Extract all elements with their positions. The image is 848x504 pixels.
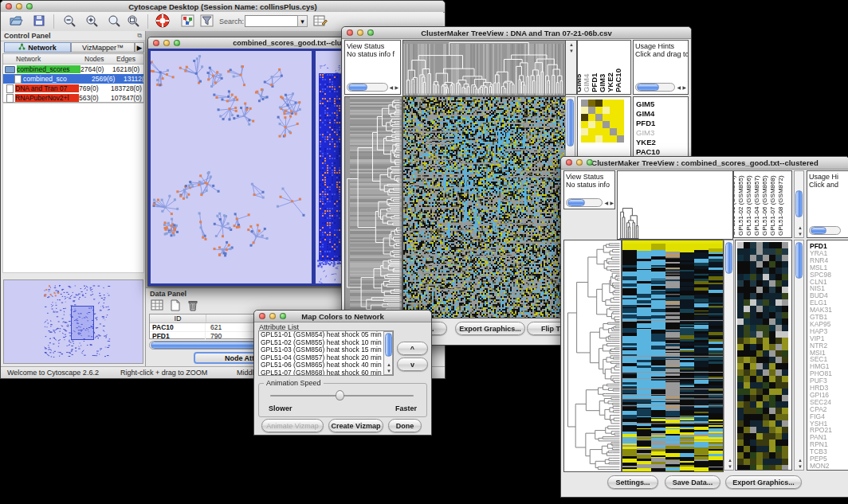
zoom-button[interactable]	[587, 159, 593, 166]
tv1-heatmap[interactable]	[402, 96, 566, 318]
tv2-row-dendrogram[interactable]	[563, 240, 622, 472]
tv1-row-label[interactable]: YKE2	[636, 138, 656, 147]
export-graphics--button[interactable]: Export Graphics...	[455, 322, 525, 335]
done-button[interactable]: Done	[388, 419, 422, 432]
save-icon[interactable]	[33, 14, 45, 29]
network-view-title: combined_scores_good.txt--cluste...	[233, 39, 358, 47]
attribute-editor-icon[interactable]	[313, 14, 328, 29]
mini-heatmap-cell	[595, 128, 603, 135]
folder-icon	[5, 66, 15, 73]
map-dialog-title-bar[interactable]: Map Colors to Network	[254, 311, 431, 322]
tv1-row-label[interactable]: GIM4	[636, 109, 654, 118]
tv2-gene-label[interactable]: MON2	[810, 462, 830, 470]
zoom-out-icon[interactable]	[63, 14, 77, 29]
tv1-row-label[interactable]: GIM3	[636, 128, 654, 137]
network-tree-row[interactable]: combined_scores2764(0)16218(0)	[3, 64, 143, 74]
export-graphics--button[interactable]: Export Graphics...	[725, 475, 802, 489]
col-edges[interactable]: Edges	[116, 55, 143, 63]
close-button[interactable]	[566, 159, 572, 166]
network-tree-row[interactable]: DNA and Tran 07769(0)183728(0)	[3, 84, 143, 93]
delete-attribute-icon[interactable]	[187, 299, 198, 313]
save-data--button[interactable]: Save Data...	[665, 475, 720, 489]
tv2-column-label[interactable]: GPL51-03 (GSM856)	[745, 175, 752, 236]
network-tree-row[interactable]: combined_sco2569(6)13112(15)	[3, 74, 143, 84]
move-up-button[interactable]: ^	[397, 342, 428, 355]
tv2-column-label[interactable]: GPL51-07 (GSM868)	[769, 175, 776, 236]
zoom-button[interactable]	[367, 29, 374, 36]
tab-network[interactable]: Network	[4, 42, 71, 53]
main-title-bar[interactable]: Cytoscape Desktop (Session Name: collins…	[1, 1, 445, 13]
tv2-column-label[interactable]: GPL51-04 (GSM857)	[753, 175, 760, 236]
minimize-button[interactable]	[269, 313, 276, 319]
settings--button[interactable]: Settings...	[607, 475, 658, 489]
minimize-button[interactable]	[163, 40, 170, 46]
tab-overflow-arrow[interactable]: ▶	[135, 42, 144, 53]
vizmapper-icon[interactable]	[181, 14, 194, 29]
treeview1-title-bar[interactable]: ClusterMaker TreeView : DNA and Tran 07-…	[342, 27, 691, 39]
tv1-status-hscrollbar[interactable]	[347, 83, 388, 92]
tv2-column-label[interactable]: GPL51-02 (GSM855)	[737, 175, 744, 236]
tv2-heatmap-vscrollbar[interactable]: ▲▼	[724, 240, 734, 471]
dp-col-id[interactable]: ID	[150, 315, 206, 322]
zoom-fit-icon[interactable]	[127, 14, 141, 29]
usage-hints-title: Usage Hi	[809, 173, 848, 181]
network-list-empty-area	[2, 103, 144, 273]
mini-heatmap-cell	[588, 114, 595, 121]
zoom-button[interactable]	[26, 3, 33, 10]
tv1-column-dendrogram[interactable]	[402, 40, 566, 96]
tv2-column-dendrogram[interactable]	[617, 170, 733, 240]
search-dropdown-button[interactable]: ▾	[297, 15, 308, 27]
zoom-button[interactable]	[280, 313, 286, 319]
table-select-icon[interactable]	[151, 299, 164, 313]
create-vizmap-button[interactable]: Create Vizmap	[328, 419, 383, 432]
col-nodes[interactable]: Nodes	[84, 55, 116, 63]
minimize-button[interactable]	[16, 3, 22, 10]
search-input[interactable]	[245, 15, 299, 27]
tv2-column-label[interactable]: GPL51-01 (GSM854)	[733, 175, 736, 236]
attribute-list-vscrollbar[interactable]: ▲▼	[383, 331, 393, 375]
tv2-zoom-heatmap[interactable]	[737, 242, 788, 470]
attribute-listbox[interactable]: GPL51-01 (GSM854) heat shock 05 minGPL51…	[258, 330, 394, 376]
tv2-collabel-vscrollbar[interactable]: ▲▼	[794, 170, 804, 238]
close-button[interactable]	[6, 3, 12, 10]
open-icon[interactable]	[9, 14, 23, 29]
tv2-hints-hscrollbar[interactable]	[809, 226, 841, 235]
zoom-in-icon[interactable]	[85, 14, 100, 29]
tv1-hints-hscrollbar[interactable]	[635, 83, 675, 92]
col-network[interactable]: Network	[16, 55, 84, 63]
close-button[interactable]	[153, 40, 159, 46]
float-panel-icon[interactable]: ⧉	[137, 32, 142, 40]
zoom-button[interactable]	[174, 40, 180, 46]
zoom-actual-icon[interactable]	[108, 14, 122, 29]
network-overview-panel[interactable]	[3, 279, 143, 364]
network-tree-row[interactable]: RNAPuberNov2+l563(0)107847(0)	[3, 93, 143, 103]
filter-icon[interactable]	[200, 14, 214, 29]
minimize-button[interactable]	[357, 29, 363, 36]
close-button[interactable]	[259, 313, 265, 319]
tv2-column-label[interactable]: GPL51-08 (GSM872)	[777, 175, 784, 236]
animation-slider-thumb[interactable]	[336, 390, 344, 400]
slider-slower-label: Slower	[269, 404, 292, 412]
new-attribute-icon[interactable]	[170, 299, 181, 313]
tv1-row-label[interactable]: GIM5	[636, 100, 654, 108]
tv1-row-label[interactable]: PAC10	[636, 147, 660, 156]
attribute-list-item[interactable]: GPL51-07 (GSM868) heat shock 60 min	[259, 369, 393, 376]
treeview2-title-bar[interactable]: ClusterMaker TreeView : combined_scores_…	[561, 157, 848, 170]
tv1-mini-heatmap[interactable]	[581, 100, 624, 143]
tab-vizmapper[interactable]: VizMapper™	[71, 42, 135, 53]
tv2-zoom-vscrollbar[interactable]: ▲▼	[794, 240, 804, 471]
status-zoom-hint: Right-click + drag to ZOOM	[120, 369, 207, 377]
tv2-column-label[interactable]: GPL51-06 (GSM865)	[761, 175, 768, 236]
move-down-button[interactable]: v	[397, 357, 428, 371]
tv1-row-label[interactable]: PFD1	[636, 119, 655, 127]
tv2-heatmap[interactable]	[622, 240, 724, 472]
tv1-column-label[interactable]: PAC10	[614, 68, 622, 92]
help-ring-icon[interactable]	[155, 14, 171, 30]
network-graph-canvas[interactable]	[151, 51, 312, 283]
close-button[interactable]	[347, 29, 353, 36]
minimize-button[interactable]	[576, 159, 583, 166]
tv1-col-scroll-strip[interactable]: ▲▼	[565, 40, 577, 95]
tv2-status-hscrollbar[interactable]	[566, 198, 603, 207]
tv2-usage-hints: Usage Hi Click and	[807, 170, 848, 238]
tv1-row-dendrogram[interactable]	[344, 96, 402, 318]
